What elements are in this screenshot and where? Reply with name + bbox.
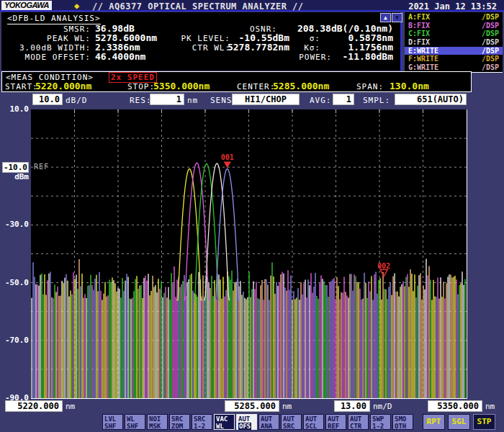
trace-mode: /DSP: [482, 22, 499, 30]
trace-name: F:WRITE: [408, 55, 438, 63]
trace-mode: /DSP: [482, 38, 499, 47]
y-tick-label: 10.0: [0, 104, 29, 114]
svg-text:001: 001: [221, 153, 234, 161]
trace-name: B:FIX: [408, 22, 430, 30]
start-value: 5220.000nm: [35, 81, 91, 91]
trace-row-b[interactable]: B:FIX/DSP: [405, 22, 503, 30]
trace-mode: /DSP: [482, 63, 499, 72]
trace-mode: /DSP: [482, 47, 499, 55]
trace-row-a[interactable]: A:FIX/DSP: [405, 13, 503, 22]
softkey-src-1-2[interactable]: SRC1-2: [192, 414, 212, 430]
softkey-noi-msk[interactable]: NOIMSK: [147, 414, 168, 430]
yokogawa-logo: YOKOGAWA: [1, 1, 52, 10]
dfb-ld-analysis-panel: <DFB-LD ANALYSIS> SMSR: 36.98dB OSNR: 20…: [1, 12, 402, 71]
sweep-key-rpt[interactable]: RPT: [423, 414, 445, 430]
meas-condition-bar: <MEAS CONDITION> 2x SPEED START: 5220.00…: [1, 71, 472, 92]
scroll-down-button[interactable]: ▼: [392, 13, 402, 22]
center-label: CENTER:: [237, 82, 275, 91]
softkey-lvl-shf[interactable]: LVLSHF: [102, 414, 123, 430]
trace-name: D:FIX: [408, 38, 430, 47]
softkey-src-zom[interactable]: SRCZOM: [169, 414, 190, 430]
ctr-wl-label: CTR WL:: [192, 43, 230, 53]
trace-mode: /DSP: [482, 55, 499, 63]
level-scale-field[interactable]: 10.0: [32, 94, 63, 105]
sweep-key-stp[interactable]: STP: [473, 414, 495, 430]
softkey-bar: LVLSHFWLSHFNOIMSKSRCZOMSRC1-2VACWLAUTOFS…: [102, 414, 413, 430]
speed-badge: 2x SPEED: [109, 72, 157, 83]
svg-text:REF: REF: [34, 163, 49, 171]
datetime: 2021 Jan 12 13:52: [408, 1, 497, 12]
span-value: 130.0nm: [390, 81, 429, 91]
stop-value: 5350.000nm: [153, 81, 210, 91]
level-scale-unit: dB/D: [66, 96, 88, 105]
x-stop-unit: nm: [485, 402, 495, 411]
power-label: POWER:: [299, 53, 332, 62]
trace-row-d[interactable]: D:FIX/DSP: [405, 38, 503, 47]
mode-offset-label: MODE OFFSET:: [25, 53, 91, 62]
softkey-aut-ctr[interactable]: AUTCTR: [348, 414, 369, 430]
trace-name: E:WRITE: [408, 47, 438, 55]
ctr-wl-value: 5278.7782nm: [228, 42, 289, 53]
pk-level-label: PK LEVEL:: [181, 34, 230, 43]
trace-mode: /DSP: [482, 30, 499, 38]
smsr-label: SMSR:: [63, 24, 91, 34]
ksigma-label: Kσ:: [304, 43, 320, 53]
analysis-title: <DFB-LD ANALYSIS>: [7, 14, 101, 24]
power-value: -11.80dBm: [343, 51, 393, 62]
sweep-key-bar: RPTSGLSTP: [423, 414, 495, 430]
res-unit: nm: [187, 96, 198, 105]
trace-mode: /DSP: [482, 13, 499, 22]
y-tick-label: -70.0: [0, 336, 29, 345]
sens-field[interactable]: HI1/CHOP: [232, 94, 300, 105]
center-value: 5285.000nm: [273, 81, 329, 91]
softkey-smo-oth[interactable]: SMOOTH: [392, 414, 413, 430]
header-bar: YOKOGAWA ◆ // AQ6377 OPTICAL SPECTRUM AN…: [0, 0, 504, 12]
trace-row-c[interactable]: C:FIX/DSP: [405, 30, 503, 38]
softkey-aut-ana[interactable]: AUTANA: [258, 414, 279, 430]
trace-name: C:FIX: [408, 30, 430, 38]
avg-field[interactable]: 1: [333, 94, 354, 105]
smpl-label: SMPL:: [363, 96, 390, 105]
res-field[interactable]: 1: [150, 94, 184, 105]
trace-row-e[interactable]: E:WRITE/DSP: [405, 47, 503, 55]
spectrum-chart: REF001002: [31, 109, 467, 398]
sigma-label: σ:: [310, 34, 320, 43]
softkey-aut-ref[interactable]: AUTREF: [325, 414, 346, 430]
x-start-unit: nm: [66, 402, 75, 411]
x-center-box[interactable]: 5285.000: [225, 400, 279, 412]
yokogawa-diamond-icon: ◆: [74, 1, 79, 10]
svg-text:002: 002: [377, 262, 390, 270]
scroll-up-button[interactable]: ▲: [380, 13, 391, 22]
y-tick-label: -30.0: [0, 220, 29, 229]
x-center-unit: nm: [282, 402, 292, 411]
y-axis-unit: dBm: [0, 172, 29, 181]
trace-name: A:FIX: [408, 13, 430, 22]
res-label: RES:: [130, 96, 152, 105]
avg-label: AVG:: [310, 96, 332, 105]
stop-label: STOP:: [127, 82, 155, 91]
ref-level-box[interactable]: -10.0: [2, 162, 29, 173]
softkey-aut-src[interactable]: AUTSRC: [281, 414, 302, 430]
softkey-swp-1-2[interactable]: SWP1-2: [370, 414, 391, 430]
sweep-key-sgl[interactable]: SGL: [448, 414, 470, 430]
down-arrow-icon: ▼: [395, 14, 399, 21]
span-label: SPAN:: [356, 82, 384, 91]
softkey-aut-scl[interactable]: AUTSCL: [303, 414, 324, 430]
x-perdiv-box[interactable]: 13.00: [334, 400, 370, 412]
smpl-field[interactable]: 651(AUTO): [395, 94, 467, 105]
mode-offset-value: 46.4000nm: [95, 51, 145, 62]
x-stop-box[interactable]: 5350.000: [428, 400, 482, 412]
spectrum-plot: REF001002: [31, 109, 467, 399]
y-tick-label: -50.0: [0, 278, 29, 287]
peak-wl-label: PEAK WL:: [47, 34, 91, 43]
x-start-box[interactable]: 5220.000: [5, 400, 63, 412]
x-perdiv-unit: nm/D: [373, 402, 392, 411]
softkey-wl-shf[interactable]: WLSHF: [125, 414, 145, 430]
start-label: START:: [5, 82, 38, 91]
softkey-aut-ofs[interactable]: AUTOFS: [236, 414, 257, 430]
page-title: // AQ6377 OPTICAL SPECTRUM ANALYZER //: [92, 1, 304, 12]
trace-row-f[interactable]: F:WRITE/DSP: [405, 55, 503, 63]
up-arrow-icon: ▲: [384, 14, 387, 21]
softkey-vac-wl[interactable]: VACWL: [214, 414, 235, 430]
trace-status-panel: A:FIX/DSPB:FIX/DSPC:FIX/DSPD:FIX/DSPE:WR…: [405, 12, 503, 73]
